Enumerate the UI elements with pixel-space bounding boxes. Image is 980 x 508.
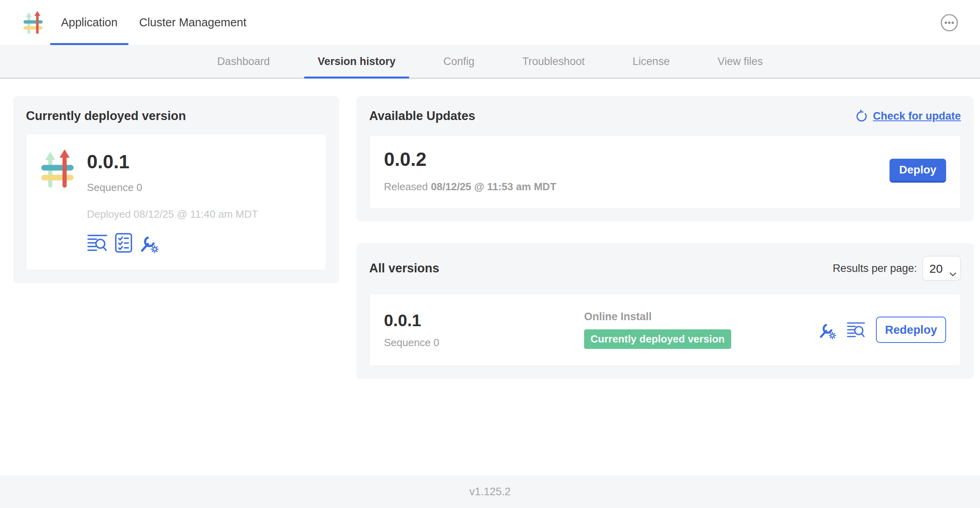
app-header: Application Cluster Management bbox=[0, 0, 980, 45]
currently-deployed-inner-card: 0.0.1 Sequence 0 Deployed 08/12/25 @ 11:… bbox=[26, 134, 327, 270]
app-footer: v1.125.2 bbox=[0, 475, 980, 508]
app-logo-icon bbox=[23, 11, 43, 35]
released-date: 08/12/25 @ 11:53 am MDT bbox=[431, 181, 556, 193]
results-per-page: Results per page: 20 bbox=[832, 256, 961, 281]
available-updates-title: Available Updates bbox=[369, 109, 475, 123]
overflow-menu-button[interactable] bbox=[940, 14, 958, 32]
app-subnav: Dashboard Version history Config Trouble… bbox=[0, 45, 980, 79]
available-update-row: 0.0.2 Released08/12/25 @ 11:53 am MDT De… bbox=[369, 135, 961, 209]
subnav-dashboard-label: Dashboard bbox=[217, 55, 270, 68]
row-sequence: Sequence 0 bbox=[384, 337, 584, 349]
deployed-timestamp: Deployed 08/12/25 @ 11:40 am MDT bbox=[87, 208, 258, 221]
right-column: Available Updates Check for update bbox=[356, 96, 974, 379]
tab-application[interactable]: Application bbox=[50, 0, 128, 45]
subnav-view-files[interactable]: View files bbox=[704, 45, 777, 78]
row-install-type: Online Install bbox=[584, 311, 819, 323]
currently-deployed-badge: Currently deployed version bbox=[584, 329, 731, 349]
subnav-config-label: Config bbox=[443, 55, 474, 68]
app-logo-icon bbox=[41, 149, 74, 253]
tab-application-label: Application bbox=[61, 16, 118, 29]
edit-config-icon[interactable] bbox=[819, 320, 836, 339]
subnav-version-history[interactable]: Version history bbox=[304, 45, 409, 78]
row-version-number: 0.0.1 bbox=[384, 311, 584, 330]
results-per-page-select[interactable]: 20 bbox=[923, 256, 961, 281]
subnav-dashboard[interactable]: Dashboard bbox=[204, 45, 283, 78]
tab-cluster-management-label: Cluster Management bbox=[139, 16, 246, 29]
redeploy-button[interactable]: Redeploy bbox=[876, 317, 946, 343]
all-versions-card: All versions Results per page: 20 bbox=[356, 243, 974, 379]
check-for-update-link[interactable]: Check for update bbox=[855, 110, 961, 122]
deploy-button[interactable]: Deploy bbox=[889, 159, 946, 183]
subnav-config[interactable]: Config bbox=[430, 45, 488, 78]
update-released-line: Released08/12/25 @ 11:53 am MDT bbox=[384, 181, 556, 193]
console-version: v1.125.2 bbox=[469, 486, 511, 498]
preflight-checks-icon[interactable] bbox=[115, 233, 132, 253]
update-version-number: 0.0.2 bbox=[384, 148, 556, 170]
results-per-page-label: Results per page: bbox=[832, 262, 917, 275]
rotate-ccw-icon bbox=[855, 110, 868, 122]
main-content: Currently deployed version 0.0.1 Sequenc… bbox=[0, 79, 980, 475]
subnav-troubleshoot[interactable]: Troubleshoot bbox=[509, 45, 598, 78]
view-logs-icon[interactable] bbox=[846, 321, 866, 338]
subnav-version-history-label: Version history bbox=[318, 55, 396, 68]
subnav-license[interactable]: License bbox=[619, 45, 683, 78]
available-updates-card: Available Updates Check for update bbox=[356, 96, 974, 221]
all-versions-title: All versions bbox=[369, 261, 439, 276]
deployed-version-number: 0.0.1 bbox=[87, 151, 258, 173]
subnav-view-files-label: View files bbox=[718, 55, 763, 68]
header-tabs: Application Cluster Management bbox=[50, 0, 257, 45]
deployed-version-actions bbox=[87, 232, 258, 253]
released-prefix: Released bbox=[384, 181, 428, 193]
ellipsis-circle-icon bbox=[940, 14, 958, 32]
tab-cluster-management[interactable]: Cluster Management bbox=[128, 0, 257, 45]
currently-deployed-card: Currently deployed version 0.0.1 Sequenc… bbox=[13, 96, 339, 283]
subnav-license-label: License bbox=[633, 55, 670, 68]
subnav-troubleshoot-label: Troubleshoot bbox=[522, 55, 585, 68]
currently-deployed-title: Currently deployed version bbox=[26, 109, 327, 123]
view-logs-icon[interactable] bbox=[87, 234, 108, 252]
row-actions: Redeploy bbox=[819, 317, 946, 343]
version-row: 0.0.1 Sequence 0 Online Install Currentl… bbox=[369, 293, 961, 366]
check-for-update-label: Check for update bbox=[873, 110, 961, 122]
edit-config-icon[interactable] bbox=[140, 232, 159, 253]
deployed-sequence: Sequence 0 bbox=[87, 181, 258, 194]
